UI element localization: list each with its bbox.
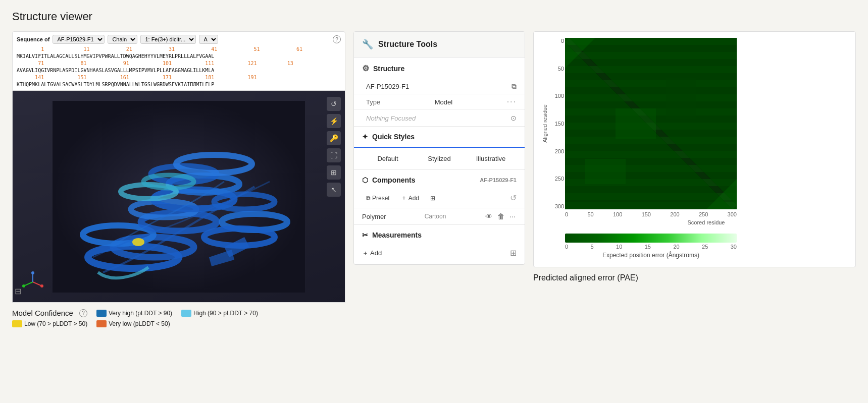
page-title: Structure viewer xyxy=(12,10,856,23)
measurements-header: ✂ Measurements xyxy=(354,225,525,245)
y-tick-100: 100 xyxy=(555,93,564,99)
sequence-numbers-row2: 71 81 91 101 111 121 13 xyxy=(17,60,341,67)
components-actions-row: ⧉ Preset ＋ Add ⊞ ↺ xyxy=(354,190,525,208)
components-structure-ref: AF-P15029-F1 xyxy=(480,177,517,183)
tools-panel-header: 🔧 Structure Tools xyxy=(354,32,525,57)
x-tick-200: 200 xyxy=(670,211,679,217)
pae-chart-container: Aligned residue 0 50 100 150 200 250 300 xyxy=(533,31,856,267)
focused-label: Nothing Focused xyxy=(366,114,416,122)
focus-target-icon[interactable]: ⊙ xyxy=(510,114,517,122)
polymer-delete-button[interactable]: 🗑 xyxy=(496,211,505,221)
sequence-numbers-row3: 141 151 161 171 181 191 xyxy=(17,74,341,81)
chain-option-select[interactable]: 1: Fe(3+) dicitr... xyxy=(140,35,196,44)
legend-swatch-high xyxy=(181,310,191,317)
x-tick-250: 250 xyxy=(699,211,708,217)
legend-swatch-very-low xyxy=(96,320,107,327)
structure-icon: ⚙ xyxy=(362,64,369,73)
add-measurement-label: Add xyxy=(370,249,382,257)
sequence-text-row2: AVAGVLIQGIVRNPLASPDILGVNHAASLASVGALLLMPS… xyxy=(17,67,341,74)
pae-x-axis-label: Scored residue xyxy=(565,219,847,225)
svg-rect-29 xyxy=(565,94,737,101)
legend-label-high: High (90 > pLDDT > 70) xyxy=(193,310,258,317)
pae-title: Predicted aligned error (PAE) xyxy=(533,273,856,282)
protein-id-select[interactable]: AF-P15029-F1 xyxy=(53,35,105,44)
type-more-button[interactable]: ··· xyxy=(507,97,517,106)
colorbar-tick-30: 30 xyxy=(731,244,737,250)
viewer-toolbar: ↺ ⚡ 🔑 ⛶ ⊞ ↖ xyxy=(327,97,341,197)
style-illustrative-button[interactable]: Illustrative xyxy=(465,152,517,165)
svg-rect-36 xyxy=(565,193,737,200)
add-component-plus-icon: ＋ xyxy=(401,194,407,202)
svg-point-20 xyxy=(22,284,25,287)
legend-high: High (90 > pLDDT > 70) xyxy=(181,310,258,317)
lightning-button[interactable]: ⚡ xyxy=(327,114,341,128)
measurements-title: Measurements xyxy=(372,231,422,239)
polymer-visibility-button[interactable]: 👁 xyxy=(484,211,493,221)
preset-label: Preset xyxy=(372,195,390,202)
measure-button[interactable]: 🔑 xyxy=(327,131,341,145)
chain-letter-select[interactable]: A xyxy=(199,35,218,44)
legend-label-very-high: Very high (pLDDT > 90) xyxy=(109,310,172,317)
measurements-adjust-button[interactable]: ⊞ xyxy=(510,248,517,258)
legend-very-low: Very low (pLDDT < 50) xyxy=(96,320,170,327)
svg-rect-39 xyxy=(666,78,696,119)
measurements-icon: ✂ xyxy=(362,231,368,239)
svg-point-19 xyxy=(40,284,43,287)
copy-icon[interactable]: ⧉ xyxy=(512,82,517,91)
legend-label-very-low: Very low (pLDDT < 50) xyxy=(109,320,170,327)
style-default-button[interactable]: Default xyxy=(362,152,414,165)
components-sliders-button[interactable]: ⊞ xyxy=(426,193,439,203)
type-value: Model xyxy=(435,98,452,106)
polymer-row: Polymer Cartoon 👁 🗑 ··· xyxy=(354,208,525,224)
fullscreen-button[interactable]: ⛶ xyxy=(327,148,341,162)
sequence-bar: Sequence of AF-P15029-F1 Chain 1: Fe(3+)… xyxy=(12,31,345,91)
structure-section: ⚙ Structure AF-P15029-F1 ⧉ Type Model ··… xyxy=(354,57,525,127)
y-tick-200: 200 xyxy=(555,148,564,154)
preset-button[interactable]: ⧉ Preset xyxy=(362,193,394,203)
components-reset-button[interactable]: ↺ xyxy=(510,193,517,203)
components-title: Components xyxy=(372,176,416,184)
y-tick-250: 250 xyxy=(555,176,564,182)
colorbar-labels: 0 5 10 15 20 25 30 xyxy=(565,244,737,250)
x-tick-50: 50 xyxy=(587,211,593,217)
sequence-help-button[interactable]: ? xyxy=(333,35,341,43)
x-tick-150: 150 xyxy=(642,211,651,217)
svg-rect-28 xyxy=(565,80,737,87)
confidence-help-button[interactable]: ? xyxy=(79,309,87,317)
structure-id-row: AF-P15029-F1 ⧉ xyxy=(354,79,525,94)
cursor-button[interactable]: ↖ xyxy=(327,183,341,197)
legend-swatch-very-high xyxy=(96,310,107,317)
add-measurement-button[interactable]: ＋ Add xyxy=(362,249,382,258)
colorbar-tick-20: 20 xyxy=(673,244,679,250)
svg-point-15 xyxy=(132,238,144,246)
add-measurement-plus-icon: ＋ xyxy=(362,249,369,258)
style-buttons-row: Default Stylized Illustrative xyxy=(354,148,525,169)
axis-indicator xyxy=(21,270,45,294)
sequence-label: Sequence of xyxy=(17,36,49,42)
type-label: Type xyxy=(366,98,380,106)
polymer-type: Cartoon xyxy=(425,213,446,220)
y-tick-150: 150 xyxy=(555,121,564,127)
y-tick-300: 300 xyxy=(555,203,564,209)
colorbar-title: Expected position error (Ångströms) xyxy=(565,252,737,259)
add-component-button[interactable]: ＋ Add xyxy=(397,192,423,204)
style-stylized-button[interactable]: Stylized xyxy=(414,152,465,165)
chain-label-select[interactable]: Chain xyxy=(108,35,137,44)
viewer-canvas[interactable]: ↺ ⚡ 🔑 ⛶ ⊞ ↖ ⊟ xyxy=(12,91,345,303)
colorbar-tick-0: 0 xyxy=(565,244,568,250)
components-header-row: ⬡ Components AF-P15029-F1 xyxy=(354,170,525,190)
quick-styles-header: ✦ Quick Styles xyxy=(354,127,525,148)
sliders-button[interactable]: ⊞ xyxy=(327,165,341,180)
rotate-button[interactable]: ↺ xyxy=(327,97,341,111)
pae-chart-area: 0 50 100 150 200 250 300 Scored residue xyxy=(565,38,847,259)
adjust-viewer-button[interactable]: ⊟ xyxy=(15,286,21,296)
measurements-section: ✂ Measurements ＋ Add ⊞ xyxy=(354,225,525,264)
tools-panel: 🔧 Structure Tools ⚙ Structure AF-P15029-… xyxy=(353,31,525,265)
sequence-numbers-row1: 1 11 21 31 41 51 61 xyxy=(17,46,341,53)
viewer-section: Sequence of AF-P15029-F1 Chain 1: Fe(3+)… xyxy=(12,31,345,327)
polymer-more-button[interactable]: ··· xyxy=(508,211,517,221)
svg-point-21 xyxy=(31,271,34,274)
confidence-section: Model Confidence ? Very high (pLDDT > 90… xyxy=(12,309,345,327)
legend-low: Low (70 > pLDDT > 50) xyxy=(12,320,87,327)
preset-icon: ⧉ xyxy=(366,195,371,202)
